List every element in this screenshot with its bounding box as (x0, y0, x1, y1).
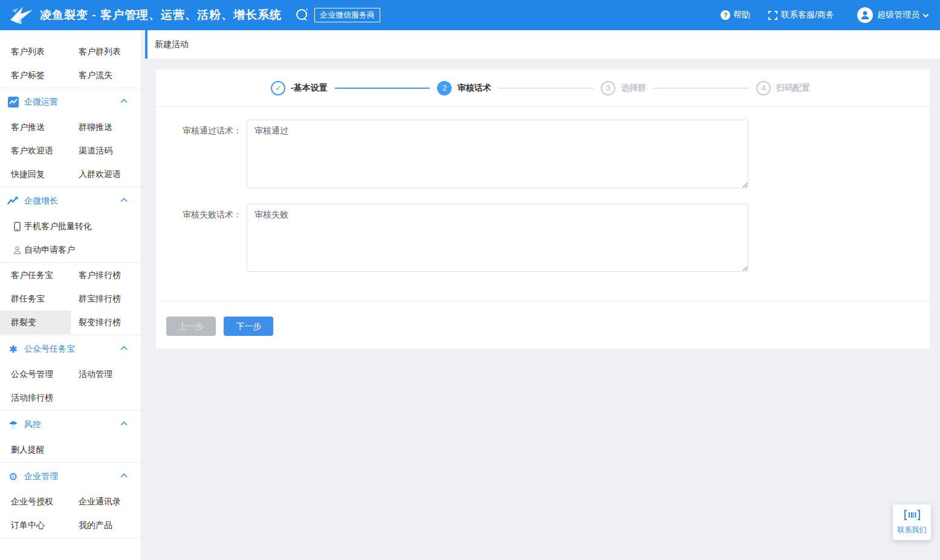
section-label: 企微运营 (24, 97, 58, 108)
sidebar-item-activity-ranking[interactable]: 活动排行榜 (0, 386, 71, 410)
chart-icon (7, 97, 19, 108)
sidebar-item-enterprise-contacts[interactable]: 企业通讯录 (71, 490, 141, 513)
pass-script-label: 审核通过话术： (156, 120, 242, 188)
stepper: ✓ -基本设置 2 审核话术 3 选择群 4 扫码配置 (156, 69, 930, 107)
sidebar-item-my-products[interactable]: 我的产品 (71, 513, 141, 537)
sidebar-item-customer-ranking[interactable]: 客户排行榜 (71, 263, 141, 287)
sidebar-section-risk-control[interactable]: ☂ 风控 (0, 411, 141, 438)
flower-icon: ✱ (7, 344, 19, 355)
contact-support-label: 联系客服/商务 (781, 10, 834, 21)
service-badge: 企业微信服务商 (314, 8, 380, 22)
sidebar-item-label: 自动申请客户 (24, 245, 75, 256)
phone-icon (13, 222, 21, 231)
sidebar-item-customer-list[interactable]: 客户列表 (0, 40, 71, 63)
chevron-up-icon (120, 421, 127, 428)
barcode-icon (904, 510, 920, 520)
pass-script-textarea[interactable]: 审核通过 (247, 120, 748, 188)
umbrella-icon: ☂ (7, 419, 19, 431)
sidebar-item-customer-taskbao[interactable]: 客户任务宝 (0, 263, 71, 287)
chevron-up-icon (120, 198, 127, 204)
step-number: 4 (756, 81, 771, 95)
app-title: 凌鱼裂变 - 客户管理、运营、活粉、增长系统 (40, 7, 282, 23)
section-label: 企业管理 (24, 471, 58, 482)
divider (0, 410, 141, 411)
user-menu[interactable]: 超级管理员 (857, 7, 928, 23)
next-step-button[interactable]: 下一步 (224, 317, 273, 336)
contact-us-widget[interactable]: 联系我们 (893, 504, 931, 540)
sidebar-item-customer-group-list[interactable]: 客户群列表 (71, 40, 141, 63)
sidebar-item-welcome-msg[interactable]: 客户欢迎语 (0, 139, 71, 163)
step-scan-config: 4 扫码配置 (756, 81, 810, 95)
step-label: -基本设置 (291, 83, 328, 94)
sidebar-item-activity-manage[interactable]: 活动管理 (71, 362, 141, 386)
help-label: 帮助 (733, 10, 750, 21)
divider (0, 538, 141, 538)
sidebar: 客户列表 客户群列表 客户标签 客户流失 企微运营 客户推送 群聊推送 客户欢迎… (0, 30, 141, 560)
app-logo-icon (8, 4, 35, 26)
divider (0, 462, 141, 463)
chat-bubble-icon (295, 8, 310, 22)
sidebar-item-channel-code[interactable]: 渠道活码 (71, 139, 141, 163)
step-connector (335, 88, 430, 89)
step-connector (653, 88, 749, 89)
sidebar-item-customer-churn[interactable]: 客户流失 (71, 63, 141, 87)
sidebar-item-group-welcome[interactable]: 入群欢迎语 (71, 163, 141, 186)
scan-frame-icon (768, 11, 777, 20)
divider (0, 262, 141, 263)
step-basic-settings: ✓ -基本设置 (271, 81, 328, 95)
contact-support-button[interactable]: 联系客服/商务 (768, 10, 834, 21)
sidebar-item-label: 手机客户批量转化 (24, 221, 92, 232)
gear-icon: ⚙ (7, 471, 19, 483)
step-label: 审核话术 (457, 83, 491, 94)
step-number: 3 (601, 81, 615, 95)
chevron-up-icon (120, 473, 127, 480)
sidebar-item-quick-reply[interactable]: 快捷回复 (0, 163, 71, 186)
sidebar-item-fission-ranking[interactable]: 裂变排行榜 (71, 311, 141, 334)
section-label: 风控 (24, 419, 41, 430)
fail-script-label: 审核失败话术： (156, 204, 242, 272)
sidebar-item-phone-batch-convert[interactable]: 手机客户批量转化 (0, 214, 141, 238)
wizard-footer: 上一步 下一步 (156, 300, 930, 349)
page-title: 新建活动 (155, 39, 189, 50)
step-review-script: 2 审核话术 (437, 81, 491, 95)
sidebar-item-order-center[interactable]: 订单中心 (0, 513, 71, 537)
sidebar-section-wework-ops[interactable]: 企微运营 (0, 89, 141, 115)
sidebar-item-delete-reminder[interactable]: 删人提醒 (0, 438, 71, 462)
trend-up-icon (7, 196, 19, 207)
fail-script-textarea[interactable]: 审核失败 (247, 204, 748, 272)
sidebar-item-auto-apply-customer[interactable]: 自动申请客户 (0, 238, 141, 262)
avatar-icon (857, 7, 873, 23)
sidebar-section-enterprise[interactable]: ⚙ 企业管理 (0, 463, 141, 490)
prev-step-button[interactable]: 上一步 (166, 317, 216, 336)
sidebar-item-customer-tags[interactable]: 客户标签 (0, 63, 71, 87)
top-header: 凌鱼裂变 - 客户管理、运营、活粉、增长系统 企业微信服务商 ? 帮助 联系客服… (0, 0, 940, 30)
divider (0, 187, 141, 187)
question-icon: ? (721, 10, 730, 20)
help-button[interactable]: ? 帮助 (721, 10, 750, 21)
sidebar-item-group-fission[interactable]: 群裂变 (0, 311, 71, 334)
section-label: 公众号任务宝 (24, 344, 75, 355)
sidebar-item-group-taskbao[interactable]: 群任务宝 (0, 287, 71, 311)
user-name: 超级管理员 (877, 10, 919, 21)
step-label: 扫码配置 (776, 83, 810, 94)
person-icon (13, 246, 21, 254)
sidebar-section-mp-taskbao[interactable]: ✱ 公众号任务宝 (0, 336, 141, 362)
contact-us-label: 联系我们 (895, 525, 929, 535)
sidebar-item-mp-manage[interactable]: 公众号管理 (0, 362, 71, 386)
sidebar-section-wework-growth[interactable]: 企微增长 (0, 188, 141, 214)
new-activity-card: ✓ -基本设置 2 审核话术 3 选择群 4 扫码配置 (156, 69, 930, 349)
sidebar-item-customer-push[interactable]: 客户推送 (0, 115, 71, 139)
service-provider-tag: 企业微信服务商 (295, 8, 380, 22)
sidebar-item-group-push[interactable]: 群聊推送 (71, 115, 141, 139)
divider (0, 335, 141, 335)
sidebar-item-groupbao-ranking[interactable]: 群宝排行榜 (71, 287, 141, 311)
step-label: 选择群 (621, 83, 646, 94)
chevron-up-icon (120, 98, 127, 105)
step-connector (498, 88, 594, 89)
step-number: 2 (437, 81, 452, 95)
breadcrumb: 新建活动 (145, 30, 940, 59)
chevron-down-icon (923, 11, 929, 18)
sidebar-item-enterprise-auth[interactable]: 企业号授权 (0, 490, 71, 513)
step-select-group: 3 选择群 (601, 81, 646, 95)
section-label: 企微增长 (24, 196, 58, 207)
